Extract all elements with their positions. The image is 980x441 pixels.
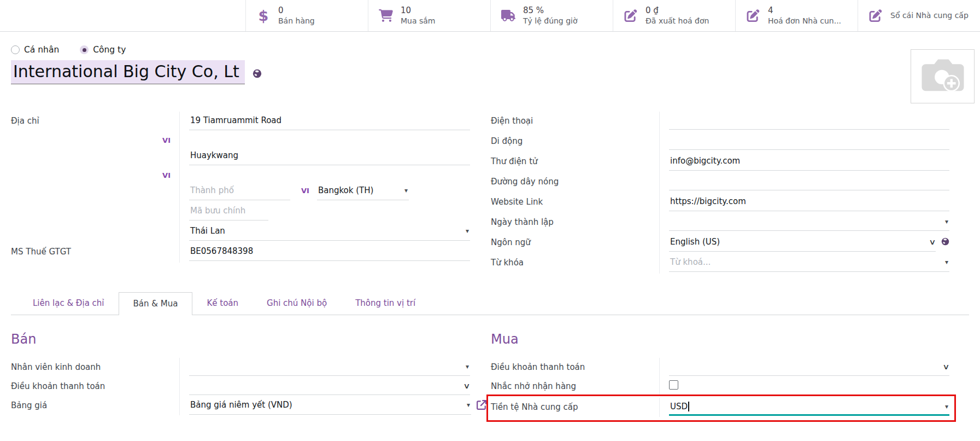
caret-down-icon: ▾	[942, 403, 948, 410]
chevron-down-icon: ∨	[938, 362, 949, 371]
radio-individual[interactable]: Cá nhân	[11, 45, 59, 55]
sales-section-title: Bán	[11, 332, 470, 347]
radio-selected-icon	[80, 45, 89, 54]
stat-button-on-time-rate[interactable]: 85 % Tỷ lệ đúng giờ	[490, 0, 613, 31]
external-link-icon[interactable]	[477, 400, 486, 412]
tab-accounting[interactable]: Kế toán	[192, 292, 253, 315]
radio-individual-label: Cá nhân	[24, 45, 59, 55]
company-name-input[interactable]: International Big City Co, Lt	[11, 60, 245, 84]
salesperson-row: Nhân viên kinh doanh ▾	[11, 358, 470, 377]
stat-value: 0 ₫	[645, 5, 709, 16]
keywords-placeholder: Từ khoá...	[670, 257, 711, 267]
globe-icon[interactable]	[253, 69, 262, 80]
supplier-currency-input[interactable]: USD ▾	[669, 398, 949, 416]
keywords-input[interactable]: Từ khoá... ▾	[669, 253, 949, 272]
supplier-currency-row: Tiền tệ Nhà cung cấp USD ▾	[491, 398, 949, 417]
caret-down-icon: ▾	[401, 187, 408, 194]
salesperson-select[interactable]: ▾	[189, 358, 470, 376]
address-label: Địa chỉ	[11, 116, 39, 132]
zip-row: Mã bưu chính	[11, 202, 470, 222]
salesperson-label: Nhân viên kinh doanh	[11, 362, 101, 377]
street2-input[interactable]: Huaykwang	[189, 147, 470, 165]
hotline-label: Đường dây nóng	[491, 177, 559, 193]
edit-icon	[746, 9, 761, 22]
supplier-currency-value: USD	[670, 402, 688, 411]
email-label: Thư điện tử	[491, 156, 538, 172]
tab-location-info[interactable]: Thông tin vị trí	[341, 292, 430, 315]
stat-button-invoiced[interactable]: 0 ₫ Đã xuất hoá đơn	[613, 0, 735, 31]
stat-button-vendor-bills[interactable]: 4 Hoá đơn Nhà cun...	[735, 0, 858, 31]
tab-contacts-addresses[interactable]: Liên lạc & Địa chỉ	[19, 292, 119, 315]
radio-company[interactable]: Công ty	[80, 45, 126, 55]
country-value: Thái Lan	[190, 226, 225, 236]
hotline-row: Đường dây nóng	[491, 172, 949, 193]
city-placeholder: Thành phố	[190, 185, 234, 195]
globe-icon[interactable]	[941, 237, 949, 248]
zip-placeholder: Mã bưu chính	[190, 206, 245, 216]
street-row: Địa chỉ 19 Tiamruammit Road	[11, 112, 470, 132]
founded-date-select[interactable]: ▾	[669, 213, 949, 231]
email-input[interactable]: info@bigcity.com	[669, 152, 949, 171]
caret-down-icon: ▾	[942, 218, 948, 225]
stat-label: Tỷ lệ đúng giờ	[523, 16, 578, 26]
vat-input[interactable]: BE0567848398	[189, 242, 470, 261]
phone-label: Điện thoại	[491, 116, 533, 132]
street-input[interactable]: 19 Tiamruammit Road	[189, 112, 470, 130]
caret-down-icon: ▾	[462, 363, 469, 370]
tab-internal-notes[interactable]: Ghi chú Nội bộ	[253, 292, 341, 315]
city-input[interactable]: Thành phố	[189, 182, 290, 200]
hotline-input[interactable]	[669, 172, 949, 190]
keywords-row: Từ khóa Từ khoá... ▾	[491, 253, 949, 274]
purchase-payment-terms-select[interactable]: ∨	[669, 358, 949, 376]
truck-icon	[501, 9, 516, 22]
vat-label: MS Thuế GTGT	[11, 247, 71, 263]
dollar-icon: $	[256, 8, 271, 23]
sales-payment-terms-label: Điều khoản thanh toán	[11, 381, 105, 396]
stat-label: Sổ cái Nhà cung cấp	[890, 10, 969, 20]
website-input[interactable]: https://bigcity.com	[669, 193, 949, 211]
pricelist-select[interactable]: Bảng giá niêm yết (VND) ▾	[189, 396, 471, 415]
company-photo-upload[interactable]	[911, 49, 975, 103]
zip-input[interactable]: Mã bưu chính	[189, 202, 268, 220]
language-row: Ngôn ngữ English (US) ∨	[491, 233, 949, 253]
translate-vi-badge[interactable]: VI	[162, 171, 171, 182]
translate-vi-badge[interactable]: VI	[301, 187, 309, 195]
stat-label: Đã xuất hoá đơn	[645, 16, 709, 26]
receipt-reminder-label: Nhắc nhở nhận hàng	[491, 381, 576, 396]
language-label: Ngôn ngữ	[491, 237, 531, 253]
mobile-label: Di động	[491, 136, 523, 152]
chevron-down-icon: ∨	[459, 381, 470, 390]
founded-row: Ngày thành lập ▾	[491, 213, 949, 233]
purchase-section-title: Mua	[491, 332, 949, 347]
receipt-reminder-checkbox[interactable]	[669, 380, 678, 390]
email-row: Thư điện tử info@bigcity.com	[491, 152, 949, 172]
city-state-row: Thành phố VI Bangkok (TH) ▾	[11, 182, 470, 202]
state-select[interactable]: Bangkok (TH) ▾	[317, 182, 409, 200]
website-row: Website Link https://bigcity.com	[491, 193, 949, 213]
pricelist-row: Bảng giá Bảng giá niêm yết (VND) ▾	[11, 396, 470, 415]
stat-value: 85 %	[523, 5, 578, 16]
stat-label: Hoá đơn Nhà cun...	[768, 16, 841, 26]
stat-button-purchases[interactable]: 10 Mua sắm	[368, 0, 490, 31]
mobile-input[interactable]	[669, 132, 949, 150]
keywords-label: Từ khóa	[491, 258, 524, 274]
caret-down-icon: ▾	[463, 401, 470, 409]
language-select[interactable]: English (US) ∨	[669, 233, 936, 252]
text-cursor	[688, 402, 689, 411]
stat-button-sales[interactable]: $ 0 Bán hàng	[245, 0, 368, 31]
translate-vi-badge[interactable]: VI	[162, 136, 171, 147]
stat-value: 10	[401, 5, 436, 16]
translate-row: VI	[11, 132, 470, 147]
notebook-tabs: Liên lạc & Địa chỉ Bán & Mua Kế toán Ghi…	[11, 292, 969, 315]
sales-payment-terms-select[interactable]: ∨	[189, 377, 470, 395]
mobile-row: Di động	[491, 132, 949, 152]
tab-sales-purchase[interactable]: Bán & Mua	[119, 292, 193, 315]
sales-payment-terms-row: Điều khoản thanh toán ∨	[11, 377, 470, 396]
stat-button-vendor-ledger[interactable]: Sổ cái Nhà cung cấp	[858, 0, 980, 31]
founded-label: Ngày thành lập	[491, 217, 554, 233]
country-select[interactable]: Thái Lan ▾	[189, 222, 470, 241]
state-value: Bangkok (TH)	[318, 185, 373, 195]
website-label: Website Link	[491, 197, 543, 213]
phone-input[interactable]	[669, 112, 949, 130]
edit-icon	[623, 9, 638, 22]
